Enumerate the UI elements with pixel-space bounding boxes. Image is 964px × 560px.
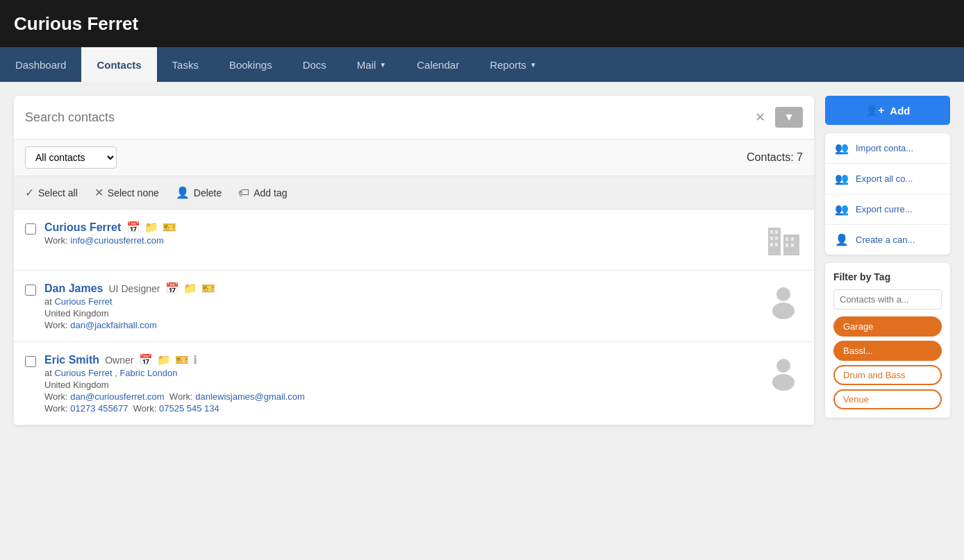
svg-rect-10 — [786, 244, 788, 247]
table-row: Dan James UI Designer 📅 📁 🎫 at Curious F… — [14, 271, 814, 342]
sidebar-actions: 👥 Import conta... 👥 Export all co... 👥 E… — [825, 133, 950, 255]
contact-phones-detail-eric: Work: 01273 455677 Work: 07525 545 134 — [44, 403, 756, 414]
svg-rect-3 — [775, 230, 778, 234]
contact-company-link-dan-james[interactable]: Curious Ferret — [54, 296, 112, 307]
files-icon[interactable]: 📁 — [144, 221, 158, 234]
contacts-count: Contacts: 7 — [747, 151, 803, 164]
add-contact-button[interactable]: 👤+ Add — [825, 96, 950, 125]
svg-point-12 — [776, 287, 790, 301]
sidebar-action-import[interactable]: 👥 Import conta... — [825, 133, 950, 164]
info-icon[interactable]: ℹ — [193, 353, 197, 366]
tag-filter-input[interactable] — [833, 289, 942, 309]
tag-filter-title: Filter by Tag — [833, 271, 942, 282]
contact-country-dan-james: United Kingdom — [44, 308, 756, 319]
nav-item-reports[interactable]: Reports ▼ — [474, 47, 551, 82]
select-all-button[interactable]: ✓ Select all — [25, 183, 78, 202]
contact-role-dan-james: UI Designer — [109, 283, 160, 294]
table-row: Curious Ferret 📅 📁 🎫 Work: info@curiousf… — [14, 210, 814, 271]
files-icon[interactable]: 📁 — [157, 353, 171, 366]
contact-email-link[interactable]: info@curiousferret.com — [70, 235, 164, 246]
nav-bar: Dashboard Contacts Tasks Bookings Docs M… — [0, 47, 964, 82]
contacts-filter-select[interactable]: All contacts — [25, 146, 117, 169]
contact-avatar-eric-smith — [765, 353, 803, 391]
tag-item-venue[interactable]: Venue — [833, 389, 942, 409]
svg-point-14 — [776, 359, 790, 373]
cross-icon: ✕ — [94, 186, 103, 199]
contact-email-link-dan-james[interactable]: dan@jackfairhall.com — [70, 320, 156, 330]
contact-country-eric-smith: United Kingdom — [44, 380, 756, 390]
add-tag-button[interactable]: 🏷 Add tag — [238, 184, 287, 202]
contact-phone-link-eric-2[interactable]: 07525 545 134 — [159, 403, 219, 414]
contact-name-eric-smith[interactable]: Eric Smith — [44, 354, 99, 366]
search-dropdown-button[interactable]: ▼ — [775, 107, 803, 128]
delete-icon: 👤 — [176, 186, 190, 199]
ticket-icon[interactable]: 🎫 — [201, 282, 215, 295]
sidebar-action-export-current[interactable]: 👥 Export curre... — [825, 194, 950, 225]
contact-name-curious-ferret[interactable]: Curious Ferret — [44, 221, 121, 234]
calendar-icon[interactable]: 📅 — [165, 282, 179, 295]
contact-checkbox-dan-james[interactable] — [25, 285, 36, 296]
contact-checkbox-eric-smith[interactable] — [25, 356, 36, 367]
search-clear-button[interactable]: ✕ — [749, 107, 771, 128]
nav-item-tasks[interactable]: Tasks — [157, 47, 214, 82]
svg-point-15 — [772, 374, 795, 391]
add-icon: 👤+ — [865, 104, 885, 117]
nav-item-calendar[interactable]: Calendar — [401, 47, 474, 82]
ticket-icon[interactable]: 🎫 — [175, 353, 189, 366]
contact-email-link-eric-1[interactable]: dan@curiousferret.com — [70, 391, 164, 402]
delete-button[interactable]: 👤 Delete — [176, 183, 222, 202]
tag-item-drum-and-bass[interactable]: Drum and Bass — [833, 365, 942, 385]
filter-row: All contacts Contacts: 7 — [14, 139, 814, 176]
svg-point-13 — [772, 303, 795, 319]
contact-icons: 📅 📁 🎫 — [126, 221, 176, 234]
contact-info-eric-smith: Eric Smith Owner 📅 📁 🎫 ℹ at Curious Ferr… — [44, 353, 756, 414]
contact-name-line: Eric Smith Owner 📅 📁 🎫 ℹ — [44, 353, 756, 366]
building-icon — [765, 221, 803, 259]
contact-phone-link-eric-1[interactable]: 01273 455677 — [70, 403, 128, 414]
tag-filter-section: Filter by Tag Garage Bassl... Drum and B… — [825, 263, 950, 418]
nav-item-contacts[interactable]: Contacts — [81, 47, 156, 82]
contact-company-link-eric-2[interactable]: Fabric London — [119, 368, 177, 378]
ticket-icon[interactable]: 🎫 — [163, 221, 176, 234]
app-title: Curious Ferret — [14, 13, 138, 35]
tag-item-garage[interactable]: Garage — [833, 316, 942, 337]
svg-rect-9 — [791, 237, 794, 241]
contact-list: Curious Ferret 📅 📁 🎫 Work: info@curiousf… — [14, 210, 814, 425]
nav-item-docs[interactable]: Docs — [288, 47, 342, 82]
contact-avatar-org — [765, 221, 803, 259]
contacts-panel: ✕ ▼ All contacts Contacts: 7 ✓ Select al… — [14, 96, 814, 425]
contact-info-curious-ferret: Curious Ferret 📅 📁 🎫 Work: info@curiousf… — [44, 221, 756, 246]
contact-icons: 📅 📁 🎫 — [165, 282, 215, 295]
campaign-icon: 👤 — [835, 233, 849, 246]
contact-email-link-eric-2[interactable]: danlewisjames@gmail.com — [195, 391, 305, 402]
person-icon — [765, 282, 803, 320]
calendar-icon[interactable]: 📅 — [126, 221, 140, 234]
svg-rect-8 — [786, 237, 788, 241]
contact-emails-detail-eric: Work: dan@curiousferret.com Work: danlew… — [44, 391, 756, 402]
sidebar-action-create-campaign[interactable]: 👤 Create a can... — [825, 225, 950, 255]
tag-item-bassline[interactable]: Bassl... — [833, 341, 942, 361]
tag-icon: 🏷 — [238, 187, 249, 199]
right-sidebar: 👤+ Add 👥 Import conta... 👥 Export all co… — [825, 96, 950, 418]
contact-checkbox-curious-ferret[interactable] — [25, 223, 36, 235]
nav-item-dashboard[interactable]: Dashboard — [0, 47, 81, 82]
contact-icons: 📅 📁 🎫 ℹ — [139, 353, 197, 366]
nav-item-bookings[interactable]: Bookings — [214, 47, 288, 82]
files-icon[interactable]: 📁 — [183, 282, 197, 295]
calendar-icon[interactable]: 📅 — [139, 353, 153, 366]
contact-company-link-eric-1[interactable]: Curious Ferret — [54, 368, 112, 378]
svg-rect-4 — [770, 237, 773, 240]
select-none-button[interactable]: ✕ Select none — [94, 183, 159, 202]
sidebar-action-export-all[interactable]: 👥 Export all co... — [825, 164, 950, 194]
checkmark-icon: ✓ — [25, 186, 34, 199]
svg-rect-7 — [775, 243, 778, 246]
nav-item-mail[interactable]: Mail ▼ — [342, 47, 401, 82]
tag-list: Garage Bassl... Drum and Bass Venue — [833, 316, 942, 409]
search-input[interactable] — [25, 110, 749, 125]
reports-dropdown-arrow: ▼ — [530, 61, 537, 69]
actions-row: ✓ Select all ✕ Select none 👤 Delete 🏷 Ad… — [14, 176, 814, 210]
contact-name-dan-james[interactable]: Dan James — [44, 282, 103, 295]
svg-rect-5 — [775, 237, 778, 240]
mail-dropdown-arrow: ▼ — [379, 61, 386, 69]
contact-email-detail-dan-james: Work: dan@jackfairhall.com — [44, 320, 756, 330]
